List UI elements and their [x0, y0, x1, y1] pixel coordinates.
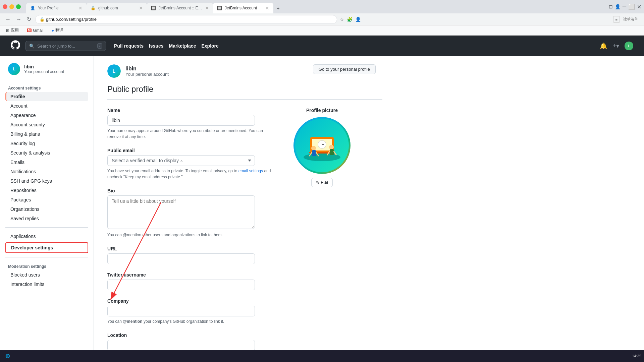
twitter-input[interactable] — [107, 280, 255, 290]
browser-tab-1[interactable]: 👤 Your Profile ✕ — [26, 3, 87, 13]
account-settings-label: Account settings — [5, 83, 88, 92]
browser-tab-2[interactable]: 🔒 github.com ✕ — [87, 3, 147, 13]
company-section: Company You can @mention your company's … — [107, 298, 275, 324]
developer-settings-highlight-box: Developer settings — [5, 242, 88, 253]
plus-icon[interactable]: +▾ — [612, 42, 619, 50]
twitter-section: Twitter username — [107, 272, 275, 290]
sidebar-item-developer-settings[interactable]: Developer settings — [6, 243, 88, 252]
notifications-bell-icon[interactable]: 🔔 — [600, 42, 607, 50]
sidebar-item-billing[interactable]: Billing & plans — [5, 129, 88, 139]
minimize-window-btn[interactable] — [9, 4, 14, 9]
sidebar-item-security-log[interactable]: Security log — [5, 139, 88, 148]
sidebar-item-account[interactable]: Account — [5, 101, 88, 111]
address-text[interactable]: github.com/settings/profile — [46, 17, 97, 22]
reload-btn[interactable]: ↻ — [25, 15, 33, 24]
sidebar-item-ssh-gpg[interactable]: SSH and GPG keys — [5, 176, 88, 186]
tab1-close[interactable]: ✕ — [78, 5, 83, 11]
name-input[interactable] — [107, 115, 255, 126]
svg-text:L: L — [13, 66, 15, 71]
back-btn[interactable]: ← — [4, 15, 12, 24]
sidebar-item-account-security[interactable]: Account security — [5, 120, 88, 129]
close-window-btn[interactable] — [3, 4, 7, 9]
tab3-close[interactable]: ✕ — [205, 5, 209, 11]
sidebar-item-notifications[interactable]: Notifications — [5, 167, 88, 176]
profile-icon[interactable]: 👤 — [355, 17, 361, 22]
sidebar-item-applications[interactable]: Applications — [5, 232, 88, 241]
maximize-window-btn[interactable] — [16, 4, 21, 9]
bio-label: Bio — [107, 188, 275, 193]
account-icon[interactable]: 👤 — [615, 4, 621, 9]
name-section: Name Your name may appear around GitHub … — [107, 108, 275, 140]
bio-hint: You can @mention other users and organiz… — [107, 232, 275, 238]
new-tab-btn[interactable]: + — [273, 4, 283, 13]
bookmark-apps[interactable]: ⊞ 应用 — [4, 27, 21, 34]
close-btn[interactable]: ✕ — [637, 4, 641, 10]
user-avatar[interactable]: L — [625, 42, 633, 50]
forward-btn[interactable]: → — [15, 15, 23, 24]
sidebar-item-security-analysis[interactable]: Security & analysis — [5, 148, 88, 158]
public-email-label: Public email — [107, 148, 275, 153]
company-hint: You can @mention your company's GitHub o… — [107, 318, 275, 324]
sidebar-item-interaction-limits[interactable]: Interaction limits — [5, 280, 88, 289]
public-email-select[interactable]: Select a verified email to display ⬦ — [107, 155, 255, 166]
search-box[interactable]: 🔍 Search or jump to... / — [25, 41, 106, 51]
github-logo[interactable] — [11, 40, 20, 52]
url-input[interactable] — [107, 253, 255, 264]
svg-text:L: L — [628, 44, 630, 48]
browser-tab-4[interactable]: 🔲 JetBrains Account ✕ — [213, 3, 273, 13]
bookmark-translate[interactable]: ● 翻译 — [50, 27, 65, 34]
sidebar-divider-1 — [5, 227, 88, 228]
bookmark-icon[interactable]: ☆ — [340, 17, 344, 22]
nav-explore[interactable]: Explore — [201, 43, 218, 49]
tab2-close[interactable]: ✕ — [139, 5, 143, 11]
sidebar-item-repositories[interactable]: Repositories — [5, 186, 88, 195]
tab3-favicon: 🔲 — [151, 6, 156, 10]
url-section: URL — [107, 246, 275, 264]
goto-profile-btn[interactable]: Go to your personal profile — [313, 64, 376, 74]
sidebar-subtitle: Your personal account — [24, 69, 64, 74]
extension-puzzle-icon[interactable]: 🧩 — [347, 17, 353, 22]
bio-textarea[interactable] — [107, 195, 255, 229]
nav-issues[interactable]: Issues — [149, 43, 164, 49]
content-subtitle: Your personal account — [125, 72, 169, 77]
sidebar-toggle-icon[interactable]: 读单清单 — [621, 16, 640, 23]
edit-profile-picture-btn[interactable]: ✎ Edit — [311, 178, 332, 187]
gmail-icon: M — [27, 28, 32, 32]
name-label: Name — [107, 108, 275, 113]
sidebar-item-appearance[interactable]: Appearance — [5, 111, 88, 120]
sidebar-item-emails[interactable]: Emails — [5, 158, 88, 167]
nav-marketplace[interactable]: Marketplace — [169, 43, 196, 49]
tab4-close[interactable]: ✕ — [265, 5, 269, 11]
sidebar-item-blocked-users[interactable]: Blocked users — [5, 270, 88, 280]
bio-section: Bio You can @mention other users and org… — [107, 188, 275, 238]
sidebar-item-profile[interactable]: Profile — [5, 92, 88, 101]
sidebar-user-info: L libin Your personal account — [5, 63, 88, 75]
browser-tab-3[interactable]: 🔲 JetBrains Account :: Error 403: ✕ — [147, 3, 213, 13]
location-input[interactable] — [107, 340, 255, 351]
name-hint: Your name may appear around GitHub where… — [107, 128, 275, 140]
taskbar-time: 14:35 — [632, 354, 641, 358]
sidebar-item-saved-replies[interactable]: Saved replies — [5, 214, 88, 223]
company-input[interactable] — [107, 306, 255, 316]
content-username: libin — [125, 66, 169, 72]
restore-btn[interactable]: ⬜ — [628, 4, 635, 10]
public-email-hint: You have set your email address to priva… — [107, 168, 275, 180]
nav-pull-requests[interactable]: Pull requests — [114, 43, 144, 49]
taskbar-item-1[interactable]: 🌐 — [3, 353, 13, 359]
extension-icon[interactable]: ⊟ — [609, 4, 613, 9]
main-nav: Pull requests Issues Marketplace Explore — [114, 43, 219, 49]
twitter-label: Twitter username — [107, 272, 275, 278]
bookmark-gmail[interactable]: M Gmail — [25, 27, 46, 34]
profile-picture — [293, 117, 351, 174]
company-label: Company — [107, 298, 275, 304]
email-settings-link[interactable]: email settings — [238, 169, 263, 173]
sidebar-item-organizations[interactable]: Organizations — [5, 204, 88, 214]
search-placeholder: Search or jump to... — [37, 44, 75, 49]
minimize-btn[interactable]: ─ — [623, 4, 626, 10]
location-section: Location — [107, 333, 275, 351]
tab4-favicon: 🔲 — [217, 6, 222, 10]
reader-view-icon[interactable]: ≡ — [613, 16, 620, 23]
sidebar-item-packages[interactable]: Packages — [5, 195, 88, 204]
svg-rect-19 — [330, 149, 334, 155]
tab2-title: github.com — [98, 6, 118, 10]
